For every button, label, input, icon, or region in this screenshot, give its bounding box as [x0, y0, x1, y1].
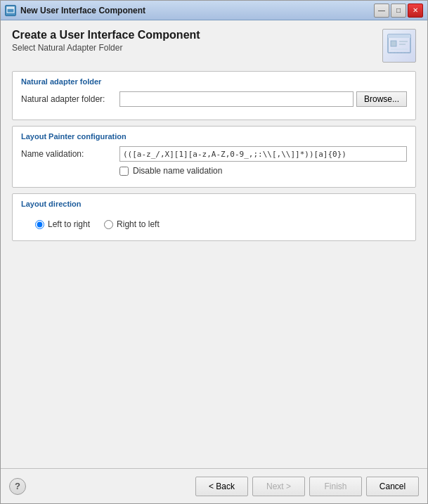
ltr-radio[interactable]	[35, 220, 44, 229]
page-header: Create a User Interface Component Select…	[12, 29, 416, 63]
layout-direction-section: Layout direction Left to right Right to …	[12, 193, 416, 241]
svg-rect-1	[7, 7, 14, 9]
close-button[interactable]: ✕	[408, 4, 423, 18]
natural-adapter-label: Natural adapter folder	[21, 77, 407, 86]
maximize-button[interactable]: □	[391, 4, 406, 18]
svg-rect-4	[391, 41, 396, 46]
next-button[interactable]: Next >	[252, 477, 305, 496]
back-button[interactable]: < Back	[195, 477, 248, 496]
folder-field-label: Natural adapter folder:	[21, 94, 119, 104]
radio-row: Left to right Right to left	[21, 214, 407, 232]
ltr-option[interactable]: Left to right	[35, 219, 90, 229]
disable-validation-label[interactable]: Disable name validation	[133, 166, 222, 176]
name-validation-field-label: Name validation:	[21, 149, 119, 159]
help-button[interactable]: ?	[9, 478, 26, 495]
layout-direction-label: Layout direction	[21, 200, 407, 208]
cancel-button[interactable]: Cancel	[366, 477, 419, 496]
natural-adapter-section: Natural adapter folder Natural adapter f…	[12, 71, 416, 120]
ltr-label: Left to right	[48, 219, 90, 229]
window-title: New User Interface Component	[20, 6, 374, 15]
rtl-option[interactable]: Right to left	[104, 219, 160, 229]
name-validation-row: Name validation:	[21, 146, 407, 162]
page-icon	[382, 29, 416, 63]
page-subtitle: Select Natural Adapter Folder	[12, 43, 200, 53]
svg-rect-6	[399, 44, 406, 45]
svg-rect-7	[391, 49, 408, 50]
spacer	[12, 247, 416, 460]
footer: ? < Back Next > Finish Cancel	[1, 468, 427, 503]
svg-rect-5	[399, 41, 408, 42]
minimize-button[interactable]: —	[374, 4, 389, 18]
footer-left: ?	[9, 478, 26, 495]
folder-row: Natural adapter folder: Browse...	[21, 91, 407, 107]
content-area: Create a User Interface Component Select…	[1, 20, 427, 468]
window-controls: — □ ✕	[374, 4, 423, 18]
disable-validation-row: Disable name validation	[119, 166, 407, 176]
title-bar: New User Interface Component — □ ✕	[1, 1, 427, 20]
main-window: New User Interface Component — □ ✕ Creat…	[0, 0, 428, 504]
browse-button[interactable]: Browse...	[356, 91, 407, 107]
name-validation-input[interactable]	[119, 146, 407, 162]
rtl-label: Right to left	[117, 219, 160, 229]
window-icon	[5, 5, 16, 16]
folder-input[interactable]	[119, 91, 354, 107]
rtl-radio[interactable]	[104, 220, 113, 229]
finish-button[interactable]: Finish	[309, 477, 362, 496]
page-header-text: Create a User Interface Component Select…	[12, 29, 200, 53]
layout-painter-label: Layout Painter configuration	[21, 132, 407, 141]
page-title: Create a User Interface Component	[12, 29, 200, 41]
layout-painter-section: Layout Painter configuration Name valida…	[12, 126, 416, 188]
svg-rect-3	[388, 34, 410, 38]
disable-validation-checkbox[interactable]	[119, 167, 129, 176]
footer-right: < Back Next > Finish Cancel	[195, 477, 419, 496]
